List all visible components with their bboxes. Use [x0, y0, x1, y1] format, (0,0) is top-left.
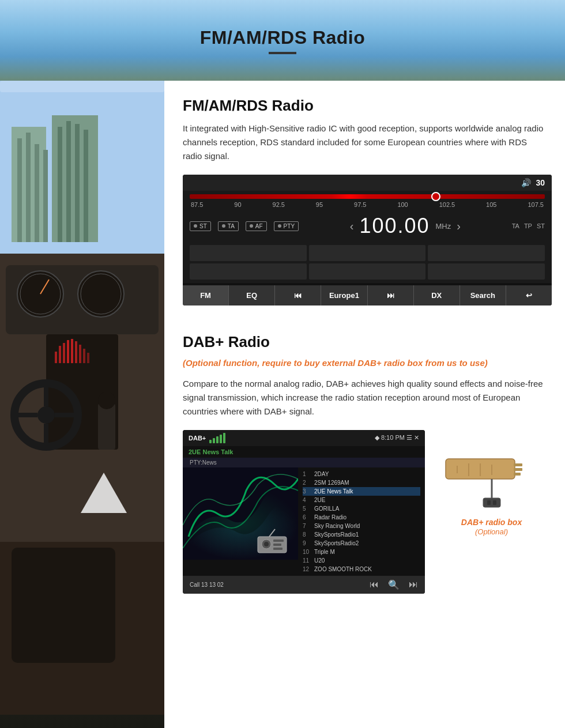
radio-bottom-bar: FM EQ ⏮ Europe1 ⏭ DX Search ↩ — [183, 285, 552, 305]
dab-channel-5[interactable]: 5 GORILLA — [303, 504, 420, 513]
ch-name-12: ZOO SMOOTH ROCK — [314, 566, 372, 572]
car-background-panel — [0, 81, 164, 728]
dab-channel-10[interactable]: 10 Triple M — [303, 548, 420, 556]
presets-area — [183, 242, 552, 283]
freq-slider-thumb[interactable] — [431, 192, 440, 201]
dab-prev-btn[interactable]: ⏮ — [370, 579, 379, 590]
dab-channel-8[interactable]: 8 SkySportsRadio1 — [303, 530, 420, 539]
svg-rect-45 — [273, 544, 281, 546]
radio-btn-eq[interactable]: EQ — [229, 285, 275, 305]
ch-name-10: Triple M — [314, 549, 335, 555]
ch-name-7: Sky Racing World — [314, 523, 360, 529]
freq-prev-btn[interactable]: ‹ — [350, 220, 354, 233]
dab-next-btn[interactable]: ⏭ — [409, 579, 418, 590]
badge-pty-label: PTY — [284, 223, 295, 229]
svg-rect-8 — [66, 121, 71, 242]
dab-channel-7[interactable]: 7 Sky Racing World — [303, 522, 420, 530]
radio-btn-prev[interactable]: ⏮ — [275, 285, 321, 305]
dab-section-title: DAB+ Radio — [183, 333, 547, 351]
dab-search-btn[interactable]: 🔍 — [388, 579, 400, 590]
title-underline — [269, 52, 296, 54]
badge-af[interactable]: AF — [246, 221, 267, 231]
freq-slider-track — [190, 194, 545, 199]
dab-bottom: DAB+ ◆ 8:10 PM ☰ ✕ — [183, 430, 547, 605]
ch-num-12: 12 — [303, 566, 312, 572]
badge-pty-dot — [278, 224, 281, 228]
dab-channel-3[interactable]: 3 2UE News Talk — [303, 487, 420, 496]
freq-label-925: 92.5 — [273, 201, 285, 208]
ch-num-5: 5 — [303, 506, 312, 512]
preset-6[interactable] — [428, 263, 545, 280]
dab-label: DAB+ — [189, 435, 206, 442]
dab-call-text: Call 13 13 02 — [190, 582, 224, 588]
dab-box-optional-text: (Optional) — [475, 527, 508, 536]
dab-channel-12[interactable]: 12 ZOO SMOOTH ROCK — [303, 565, 420, 574]
radio-freq-display: ‹ 100.00 MHz › — [306, 214, 505, 238]
freq-next-btn[interactable]: › — [457, 220, 461, 233]
dab-channel-1[interactable]: 1 2DAY — [303, 470, 420, 478]
page-title: FM/AM/RDS Radio — [200, 27, 366, 48]
dab-channel-6[interactable]: 6 Radar Radio — [303, 513, 420, 522]
svg-rect-22 — [67, 340, 69, 363]
freq-unit: MHz — [436, 222, 451, 231]
dab-channel-2[interactable]: 2 2SM 1269AM — [303, 478, 420, 487]
svg-rect-9 — [75, 124, 80, 242]
radio-btn-fm[interactable]: FM — [183, 285, 229, 305]
dab-radio-svg — [255, 528, 289, 554]
badge-af-dot — [250, 224, 253, 228]
badge-pty[interactable]: PTY — [274, 221, 299, 231]
radio-controls-row: ST TA AF PTY ‹ — [183, 210, 552, 242]
radio-btn-dx[interactable]: DX — [414, 285, 460, 305]
dab-channel-11[interactable]: 11 U20 — [303, 556, 420, 565]
svg-rect-21 — [63, 343, 65, 363]
ch-num-8: 8 — [303, 531, 312, 538]
preset-3[interactable] — [428, 245, 545, 261]
ch-name-1: 2DAY — [314, 471, 329, 477]
preset-5[interactable] — [309, 263, 426, 280]
dab-box-label-text: DAB+ radio box — [461, 518, 522, 527]
freq-label-95: 95 — [316, 201, 323, 208]
svg-rect-38 — [12, 548, 115, 663]
badge-tp-right: TP — [524, 222, 532, 229]
radio-btn-europe1[interactable]: Europe1 — [321, 285, 367, 305]
badge-st[interactable]: ST — [190, 221, 211, 231]
svg-point-43 — [264, 542, 269, 546]
preset-4[interactable] — [190, 263, 307, 280]
preset-1[interactable] — [190, 245, 307, 261]
ch-name-3: 2UE News Talk — [314, 488, 353, 495]
badge-ta[interactable]: TA — [218, 221, 239, 231]
freq-labels: 87.5 90 92.5 95 97.5 100 102.5 105 107.5 — [190, 201, 545, 208]
badge-ta-right: TA — [512, 222, 519, 229]
fm-section-title: FM/AM/RDS Radio — [183, 97, 547, 115]
svg-rect-24 — [75, 341, 77, 363]
ch-num-10: 10 — [303, 549, 312, 555]
preset-2[interactable] — [309, 245, 426, 261]
dab-station-name: 2UE News Talk — [189, 448, 233, 455]
dab-channel-9[interactable]: 9 SkySportsRadio2 — [303, 539, 420, 548]
ch-name-9: SkySportsRadio2 — [314, 540, 359, 546]
svg-rect-58 — [487, 500, 491, 505]
freq-slider-area[interactable]: 87.5 90 92.5 95 97.5 100 102.5 105 107.5 — [183, 191, 552, 210]
svg-rect-25 — [79, 345, 81, 363]
dab-main-content: 1 2DAY 2 2SM 1269AM 3 2UE News Talk — [183, 467, 425, 576]
ch-num-9: 9 — [303, 540, 312, 546]
ch-name-4: 2UE — [314, 497, 325, 503]
radio-btn-back[interactable]: ↩ — [506, 285, 552, 305]
radio-btn-search[interactable]: Search — [460, 285, 506, 305]
ch-name-2: 2SM 1269AM — [314, 480, 349, 486]
dab-channel-4[interactable]: 4 2UE — [303, 496, 420, 504]
badge-ta-dot — [222, 224, 225, 228]
dab-pty: PTY:News — [190, 459, 217, 466]
car-interior-svg — [0, 81, 164, 715]
ch-num-4: 4 — [303, 497, 312, 503]
badge-st-dot — [194, 224, 197, 228]
svg-rect-49 — [514, 463, 522, 466]
freq-label-1075: 107.5 — [528, 201, 544, 208]
signal-bar-3 — [216, 436, 219, 443]
dab-box-area: DAB+ radio box (Optional) — [436, 430, 547, 536]
freq-label-90: 90 — [234, 201, 241, 208]
dab-channel-list: 1 2DAY 2 2SM 1269AM 3 2UE News Talk — [298, 467, 425, 576]
radio-btn-next[interactable]: ⏭ — [368, 285, 414, 305]
dab-description: Compare to the normal analog radio, DAB+… — [183, 377, 547, 418]
volume-level: 30 — [536, 178, 545, 187]
